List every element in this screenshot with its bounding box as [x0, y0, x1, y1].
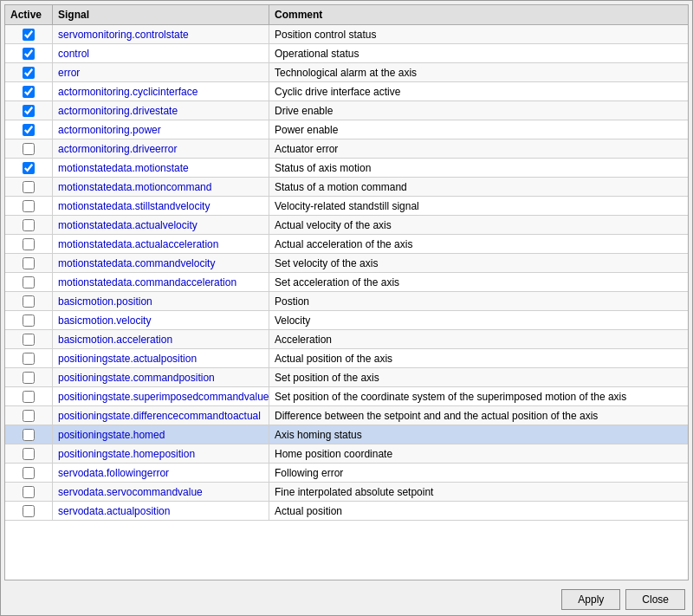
- comment-cell: Acceleration: [269, 330, 688, 348]
- signal-name: actormonitoring.driveerror: [58, 143, 177, 155]
- signal-name: actormonitoring.power: [58, 124, 161, 136]
- signal-name: motionstatedata.motionstate: [58, 162, 189, 174]
- signal-cell: control: [53, 44, 269, 62]
- comment-text: Actual position of the axis: [275, 353, 392, 365]
- active-checkbox[interactable]: [23, 448, 35, 460]
- comment-text: Technological alarm at the axis: [275, 67, 417, 79]
- active-checkbox[interactable]: [23, 486, 35, 498]
- table-row: positioningstate.superimposedcommandvalu…: [5, 387, 688, 406]
- active-checkbox[interactable]: [23, 143, 35, 155]
- active-checkbox[interactable]: [23, 162, 35, 174]
- header-active: Active: [5, 5, 53, 24]
- comment-cell: Technological alarm at the axis: [269, 63, 688, 81]
- comment-cell: Postion: [269, 292, 688, 310]
- comment-cell: Actual acceleration of the axis: [269, 235, 688, 253]
- active-checkbox[interactable]: [23, 105, 35, 117]
- signal-name: error: [58, 67, 80, 79]
- signal-cell: servodata.actualposition: [53, 502, 269, 520]
- active-checkbox[interactable]: [23, 67, 35, 79]
- table-row: motionstatedata.motioncommandStatus of a…: [5, 178, 688, 197]
- active-checkbox[interactable]: [23, 295, 35, 308]
- signal-cell: motionstatedata.motioncommand: [53, 178, 269, 196]
- comment-cell: Status of a motion command: [269, 178, 688, 196]
- table-row: basicmotion.positionPostion: [5, 292, 688, 311]
- table-row: servodata.servocommandvalueFine interpol…: [5, 483, 688, 502]
- signal-cell: positioningstate.homed: [53, 425, 269, 444]
- comment-cell: Cyclic drive interface active: [269, 82, 688, 101]
- active-cell: [5, 292, 53, 310]
- comment-cell: Velocity: [269, 311, 688, 329]
- active-cell: [5, 159, 53, 177]
- signal-name: actormonitoring.cyclicinterface: [58, 86, 198, 98]
- active-checkbox[interactable]: [23, 467, 35, 479]
- active-cell: [5, 387, 53, 405]
- active-cell: [5, 139, 53, 158]
- active-cell: [5, 63, 53, 81]
- dialog: Active Signal Comment servomonitoring.co…: [0, 0, 693, 616]
- active-checkbox[interactable]: [23, 410, 35, 422]
- table-row: actormonitoring.driveerrorActuator error: [5, 139, 688, 159]
- active-checkbox[interactable]: [23, 257, 35, 269]
- comment-cell: Set velocity of the axis: [269, 254, 688, 272]
- signal-cell: motionstatedata.commandacceleration: [53, 273, 269, 291]
- active-checkbox[interactable]: [23, 372, 35, 384]
- active-checkbox[interactable]: [23, 276, 35, 289]
- comment-cell: Set position of the axis: [269, 368, 688, 386]
- active-checkbox[interactable]: [23, 238, 35, 250]
- comment-cell: Operational status: [269, 44, 688, 62]
- comment-cell: Drive enable: [269, 101, 688, 120]
- table-row: actormonitoring.drivestateDrive enable: [5, 101, 688, 120]
- table-row: positioningstate.differencecommandtoactu…: [5, 406, 688, 425]
- active-checkbox[interactable]: [23, 200, 35, 212]
- signal-name: actormonitoring.drivestate: [58, 105, 178, 117]
- signal-cell: error: [53, 63, 269, 81]
- table-row: motionstatedata.commandaccelerationSet a…: [5, 273, 688, 292]
- active-checkbox[interactable]: [23, 181, 35, 193]
- active-checkbox[interactable]: [23, 219, 35, 231]
- active-checkbox[interactable]: [23, 429, 35, 441]
- active-checkbox[interactable]: [23, 314, 35, 327]
- signal-cell: motionstatedata.commandvelocity: [53, 254, 269, 272]
- comment-cell: Difference between the setpoint and and …: [269, 406, 688, 425]
- active-checkbox[interactable]: [23, 29, 35, 41]
- comment-text: Actual velocity of the axis: [275, 219, 392, 231]
- signal-name: basicmotion.position: [58, 295, 152, 308]
- comment-cell: Axis homing status: [269, 425, 688, 444]
- comment-cell: Actual position: [269, 502, 688, 520]
- table-row: motionstatedata.stillstandvelocityVeloci…: [5, 197, 688, 216]
- comment-cell: Actuator error: [269, 139, 688, 158]
- comment-text: Drive enable: [275, 105, 333, 117]
- signal-table: Active Signal Comment servomonitoring.co…: [4, 4, 689, 580]
- comment-cell: Position control status: [269, 25, 688, 43]
- signal-cell: positioningstate.homeposition: [53, 444, 269, 463]
- table-row: basicmotion.accelerationAcceleration: [5, 330, 688, 349]
- active-checkbox[interactable]: [23, 86, 35, 98]
- comment-text: Set velocity of the axis: [275, 257, 378, 269]
- table-row: motionstatedata.motionstateStatus of axi…: [5, 159, 688, 178]
- active-checkbox[interactable]: [23, 48, 35, 60]
- active-checkbox[interactable]: [23, 124, 35, 136]
- active-cell: [5, 406, 53, 425]
- apply-button[interactable]: Apply: [561, 589, 620, 610]
- signal-name: motionstatedata.commandacceleration: [58, 276, 236, 289]
- active-checkbox[interactable]: [23, 505, 35, 517]
- active-cell: [5, 235, 53, 253]
- close-button[interactable]: Close: [625, 589, 685, 610]
- signal-name: motionstatedata.commandvelocity: [58, 257, 215, 269]
- signal-cell: motionstatedata.actualvelocity: [53, 216, 269, 234]
- active-checkbox[interactable]: [23, 334, 35, 346]
- active-cell: [5, 330, 53, 348]
- signal-cell: motionstatedata.actualacceleration: [53, 235, 269, 253]
- active-cell: [5, 311, 53, 329]
- footer: Apply Close: [1, 584, 692, 615]
- signal-cell: positioningstate.commandposition: [53, 368, 269, 386]
- signal-name: servodata.servocommandvalue: [58, 486, 203, 498]
- comment-text: Actuator error: [275, 143, 338, 155]
- table-row: errorTechnological alarm at the axis: [5, 63, 688, 82]
- active-checkbox[interactable]: [23, 391, 35, 403]
- table-row: positioningstate.homepositionHome positi…: [5, 444, 688, 464]
- header-signal: Signal: [53, 5, 269, 24]
- comment-text: Following error: [275, 467, 343, 479]
- signal-cell: basicmotion.position: [53, 292, 269, 310]
- active-checkbox[interactable]: [23, 353, 35, 365]
